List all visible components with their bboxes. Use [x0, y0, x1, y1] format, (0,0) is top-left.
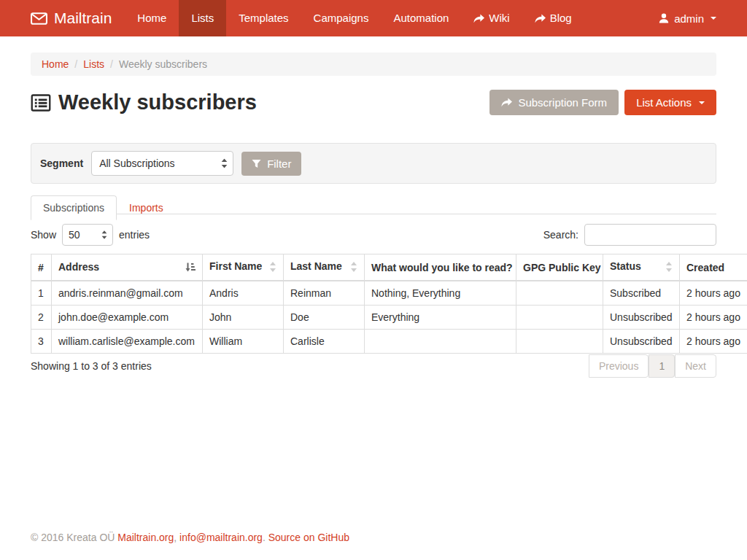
main-content: Home / Lists / Weekly subscribers Weekly…	[31, 36, 716, 372]
brand-label: Mailtrain	[54, 9, 112, 27]
col-header-status[interactable]: Status	[603, 254, 680, 281]
cell-address: william.carlisle@example.com	[52, 330, 203, 354]
col-header-created: Created	[680, 254, 747, 281]
funnel-icon	[252, 159, 261, 168]
nav-item-wiki[interactable]: Wiki	[461, 0, 522, 36]
share-arrow-icon	[501, 98, 512, 107]
navbar: Mailtrain Home Lists Templates Campaigns…	[0, 0, 747, 36]
share-arrow-icon	[535, 14, 546, 23]
cell-gpg-key	[516, 330, 603, 354]
col-header-label: First Name	[209, 260, 262, 272]
footer: © 2016 Kreata OÜ Mailtrain.org, info@mai…	[0, 521, 747, 560]
list-actions-button[interactable]: List Actions	[624, 90, 716, 115]
breadcrumb-separator: /	[110, 58, 113, 70]
table-row: 3 william.carlisle@example.com William C…	[31, 330, 747, 354]
table-footer: Showing 1 to 3 of 3 entries Previous 1 N…	[31, 360, 716, 372]
tab-bar: Subscriptions Imports	[31, 202, 716, 214]
cell-first-name: William	[203, 330, 284, 354]
list-alt-icon	[31, 93, 51, 113]
share-arrow-icon	[473, 14, 484, 23]
cell-read-preference: Nothing, Everything	[365, 281, 516, 306]
nav-item-label: Lists	[191, 0, 214, 36]
user-label: admin	[674, 12, 704, 25]
cell-gpg-key	[516, 281, 603, 306]
list-actions-label: List Actions	[636, 96, 692, 109]
cell-status: Subscribed	[603, 281, 680, 306]
cell-index: 2	[31, 306, 52, 330]
cell-address: andris.reinman@gmail.com	[52, 281, 203, 306]
col-header-gpg-key: GPG Public Key	[516, 254, 603, 281]
nav-item-lists[interactable]: Lists	[179, 0, 226, 36]
table-header-row: # Address First Name	[31, 254, 747, 281]
footer-site-link[interactable]: Mailtrain.org	[117, 532, 174, 543]
nav-item-label: Templates	[239, 0, 288, 36]
title-row: Weekly subscribers Subscription Form Lis…	[31, 90, 716, 115]
footer-separator: .	[263, 532, 266, 543]
page-title-text: Weekly subscribers	[58, 90, 257, 114]
brand-link[interactable]: Mailtrain	[31, 0, 125, 36]
caret-down-icon	[699, 101, 705, 104]
col-header-label: GPG Public Key	[523, 262, 601, 273]
copyright-text: © 2016 Kreata OÜ	[31, 532, 115, 543]
user-menu[interactable]: admin	[659, 0, 716, 36]
envelope-icon	[31, 12, 47, 25]
tab-imports[interactable]: Imports	[117, 195, 176, 220]
cell-status: Unsubscribed	[603, 306, 680, 330]
pagination-previous[interactable]: Previous	[589, 354, 649, 378]
footer-email-link[interactable]: info@mailtrain.org	[179, 532, 263, 543]
col-header-first-name[interactable]: First Name	[203, 254, 284, 281]
sort-both-icon	[350, 262, 357, 274]
sort-both-icon	[269, 262, 276, 274]
cell-last-name: Reinman	[284, 281, 365, 306]
cell-created: 2 hours ago	[680, 306, 747, 330]
cell-read-preference: Everything	[365, 306, 516, 330]
pagination-page-1[interactable]: 1	[649, 354, 675, 378]
cell-index: 3	[31, 330, 52, 354]
cell-read-preference	[365, 330, 516, 354]
footer-separator: ,	[174, 532, 177, 543]
col-header-index: #	[31, 254, 52, 281]
subscribers-table-wrap: # Address First Name	[31, 254, 747, 354]
nav-item-label: Blog	[550, 0, 572, 36]
cell-first-name: Andris	[203, 281, 284, 306]
nav-item-campaigns[interactable]: Campaigns	[301, 0, 382, 36]
entries-label: entries	[119, 229, 150, 241]
segment-label: Segment	[40, 158, 83, 169]
cell-created: 2 hours ago	[680, 330, 747, 354]
cell-index: 1	[31, 281, 52, 306]
search-input[interactable]	[584, 224, 716, 246]
col-header-last-name[interactable]: Last Name	[284, 254, 365, 281]
nav-item-label: Wiki	[489, 0, 509, 36]
person-icon	[659, 13, 669, 23]
sort-both-icon	[665, 262, 673, 274]
page-length-select[interactable]: 50	[62, 224, 113, 246]
nav-item-automation[interactable]: Automation	[381, 0, 461, 36]
nav-item-templates[interactable]: Templates	[226, 0, 301, 36]
subscription-form-button[interactable]: Subscription Form	[489, 90, 619, 115]
footer-source-link[interactable]: Source on GitHub	[268, 532, 349, 543]
segment-panel: Segment All Subscriptions Filter	[31, 143, 716, 184]
table-controls: Show 50 entries Search:	[31, 224, 716, 246]
breadcrumb-lists-link[interactable]: Lists	[83, 58, 104, 70]
breadcrumb-separator: /	[74, 58, 77, 70]
filter-label: Filter	[267, 158, 291, 170]
col-header-label: #	[38, 262, 44, 273]
tab-subscriptions[interactable]: Subscriptions	[31, 195, 117, 220]
pagination-next[interactable]: Next	[675, 354, 716, 378]
page-length-select-wrap: 50	[62, 224, 113, 246]
cell-last-name: Doe	[284, 306, 365, 330]
cell-address: john.doe@example.com	[52, 306, 203, 330]
col-header-address[interactable]: Address	[52, 254, 203, 281]
segment-select[interactable]: All Subscriptions	[91, 151, 233, 176]
subscription-form-label: Subscription Form	[518, 96, 607, 109]
cell-last-name: Carlisle	[284, 330, 365, 354]
sort-amount-asc-icon	[185, 262, 196, 274]
filter-button[interactable]: Filter	[241, 152, 301, 176]
breadcrumb-home-link[interactable]: Home	[42, 58, 69, 70]
cell-gpg-key	[516, 306, 603, 330]
table-row: 1 andris.reinman@gmail.com Andris Reinma…	[31, 281, 747, 306]
page-length-control: Show 50 entries	[31, 224, 150, 246]
nav-item-home[interactable]: Home	[125, 0, 179, 36]
col-header-read-preference: What would you like to read?	[365, 254, 516, 281]
nav-item-blog[interactable]: Blog	[522, 0, 584, 36]
